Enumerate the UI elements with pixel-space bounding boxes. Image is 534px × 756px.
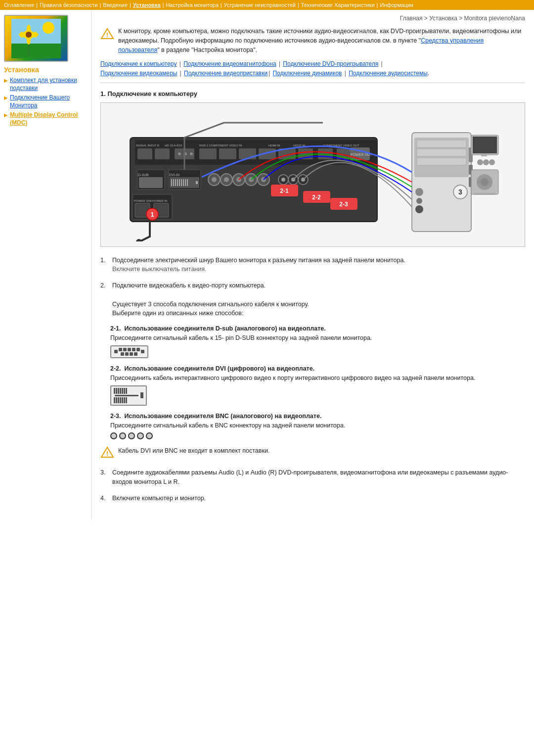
svg-rect-47 — [171, 179, 172, 186]
nav-item-intro[interactable]: Введение — [103, 2, 128, 8]
nav-item-safety[interactable]: Правила безопасности — [40, 2, 97, 8]
note-text: Кабель DVI или BNC не входит в комплект … — [118, 446, 269, 456]
sidebar-link-connect[interactable]: Подключение Вашего Монитора — [10, 94, 87, 109]
step-1-sub: Включите выключатель питания. — [112, 266, 206, 273]
dsub-connector — [110, 345, 148, 358]
step-4-text: Включите компьютер и монитор. — [112, 495, 206, 502]
step-4-content: Включите компьютер и монитор. — [112, 494, 525, 503]
step-1-content: Подсоедините электрический шнур Вашего м… — [112, 256, 525, 275]
svg-text:RGB 1 COMPONENT VIDEO IN: RGB 1 COMPONENT VIDEO IN — [199, 144, 242, 147]
svg-text:!: ! — [106, 31, 108, 39]
link-dvd[interactable]: Подключение DVD-проигрывателя — [283, 60, 378, 67]
intro-text: К монитору, кроме компьютера, можно подк… — [118, 27, 525, 54]
svg-point-108 — [481, 178, 489, 186]
step-2-sub2: Выберите один из описанных ниже способов… — [112, 310, 243, 317]
substep-22: 2-2. Использование соединителя DVI (цифр… — [110, 365, 525, 406]
step-3-text: Соедините аудиокабелями разъемы Audio (L… — [112, 469, 508, 485]
top-navigation: Оглавление | Правила безопасности | Введ… — [0, 0, 534, 10]
nav-item-specs[interactable]: Технические Характеристики — [301, 2, 375, 8]
svg-rect-56 — [196, 181, 198, 184]
link-audio[interactable]: Подключение аудиосистемы — [349, 70, 428, 77]
sidebar-item-mdc[interactable]: ▶ Multiple Display Control (MDC) — [4, 111, 87, 127]
nav-item-troubleshoot[interactable]: Устранение неисправностей — [224, 2, 296, 8]
sidebar-item-stand[interactable]: ▶ Комплект для установки подставки — [4, 77, 87, 92]
svg-rect-43 — [139, 177, 163, 188]
svg-point-2 — [43, 22, 54, 34]
note-icon: ! — [100, 446, 114, 461]
svg-rect-49 — [175, 179, 176, 186]
intro-link[interactable]: Средства управления пользователя — [118, 37, 484, 53]
svg-point-6 — [27, 25, 31, 33]
dvi-connector — [110, 385, 147, 406]
sidebar: Установка ▶ Комплект для установки подст… — [0, 10, 91, 520]
link-speakers[interactable]: Подключение динамиков — [273, 70, 342, 77]
svg-text:SIGNAL INPUT B: SIGNAL INPUT B — [136, 144, 159, 147]
sidebar-image — [4, 15, 68, 62]
svg-rect-91 — [417, 158, 466, 165]
nav-item-install[interactable]: Установка — [133, 2, 161, 8]
nav-item-settings[interactable]: Настройка монитора — [166, 2, 218, 8]
substep-23-text: Присоедините сигнальный кабель к BNC кон… — [110, 421, 525, 430]
svg-text:!: ! — [106, 450, 108, 457]
link-computer[interactable]: Подключение к компьютеру — [100, 60, 177, 67]
svg-text:3: 3 — [458, 188, 462, 196]
svg-text:1: 1 — [150, 211, 154, 218]
svg-rect-90 — [417, 149, 466, 156]
step-3-num: 3. — [100, 468, 109, 487]
arrow-icon: ▶ — [4, 95, 8, 100]
step-3: 3. Соедините аудиокабелями разъемы Audio… — [100, 468, 525, 487]
substep-23-title: 2-3. Использование соединителя BNC (анал… — [110, 413, 525, 420]
svg-text:DVI-IN: DVI-IN — [169, 173, 179, 177]
svg-rect-54 — [185, 179, 186, 186]
svg-rect-26 — [155, 148, 170, 159]
svg-text:HD 15 A-R15: HD 15 A-R15 — [165, 144, 182, 147]
svg-rect-101 — [473, 137, 497, 153]
warning-icon: ! — [100, 28, 114, 40]
svg-rect-50 — [177, 179, 178, 186]
svg-text:POWER S/W: POWER S/W — [134, 199, 152, 202]
svg-rect-48 — [173, 179, 174, 186]
nav-item-info[interactable]: Информации — [380, 2, 413, 8]
step-1-num: 1. — [100, 256, 109, 275]
svg-point-58 — [212, 177, 217, 182]
svg-rect-31 — [199, 148, 217, 159]
svg-text:POWER IN: POWER IN — [152, 199, 167, 202]
sidebar-link-stand[interactable]: Комплект для установки подставки — [10, 77, 87, 92]
step-2-sub1: Существует 3 способа подключения сигналь… — [112, 301, 309, 308]
step-1: 1. Подсоедините электрический шнур Вашег… — [100, 256, 525, 275]
svg-rect-109 — [474, 193, 496, 195]
step-1-text: Подсоедините электрический шнур Вашего м… — [112, 257, 405, 264]
arrow-icon: ▶ — [4, 78, 8, 83]
svg-text:2-1: 2-1 — [280, 188, 289, 194]
svg-rect-51 — [179, 179, 180, 186]
sidebar-item-connect[interactable]: ▶ Подключение Вашего Монитора — [4, 94, 87, 109]
svg-rect-102 — [481, 153, 487, 156]
nav-item-toc[interactable]: Оглавление — [4, 2, 34, 8]
svg-rect-89 — [417, 140, 466, 147]
svg-text:D-SUB: D-SUB — [138, 173, 149, 177]
sidebar-link-mdc[interactable]: Multiple Display Control (MDC) — [10, 111, 87, 127]
link-camera[interactable]: Подключение видеокамеры — [100, 70, 177, 77]
svg-rect-52 — [181, 179, 182, 186]
svg-rect-1 — [11, 44, 61, 58]
link-vcr[interactable]: Подключение видеомагнитофона — [183, 60, 276, 67]
note-box: ! Кабель DVI или BNC не входит в комплек… — [100, 446, 525, 461]
step-2: 2. Подключите видеокабель к видео-порту … — [100, 281, 525, 318]
svg-point-8 — [27, 37, 31, 45]
sidebar-title: Установка — [4, 66, 87, 74]
content-area: Главная > Установка > Monitora pievienoŅ… — [91, 10, 534, 520]
step-2-text: Подключите видеокабель к видео-порту ком… — [112, 282, 266, 289]
svg-point-14 — [26, 32, 32, 38]
svg-rect-55 — [187, 179, 188, 186]
svg-text:2-3: 2-3 — [339, 201, 348, 208]
step-4-num: 4. — [100, 494, 109, 503]
step-4: 4. Включите компьютер и монитор. — [100, 494, 525, 503]
svg-point-68 — [281, 178, 285, 182]
svg-point-78 — [136, 239, 142, 241]
steps-list: 1. Подсоедините электрический шнур Вашег… — [100, 256, 525, 319]
arrow-icon-active: ▶ — [4, 112, 8, 118]
link-stb[interactable]: Подключение видеоприставки — [184, 70, 267, 77]
steps-list-2: 3. Соедините аудиокабелями разъемы Audio… — [100, 468, 525, 503]
dsub-connector-img — [110, 345, 525, 358]
svg-point-92 — [415, 188, 423, 196]
